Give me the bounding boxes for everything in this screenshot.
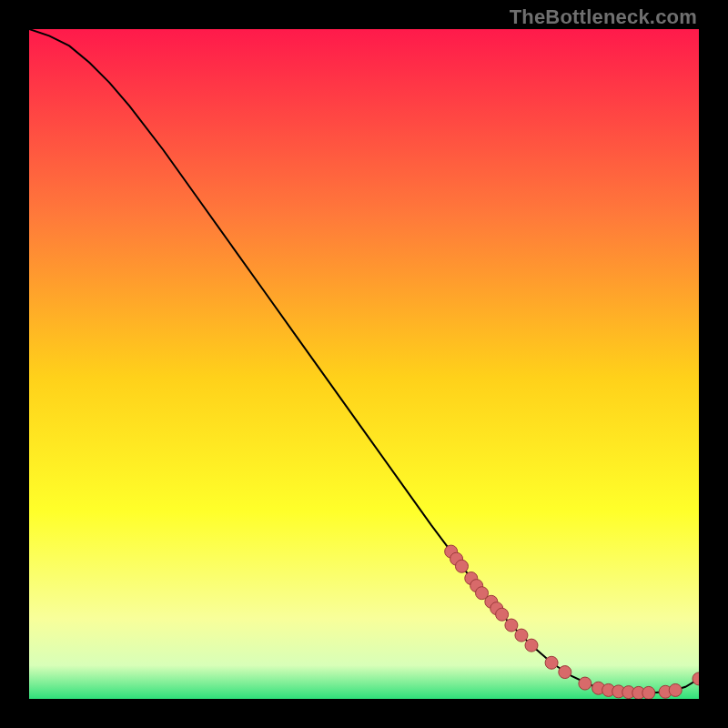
chart-svg — [29, 29, 699, 699]
data-point — [545, 656, 558, 669]
chart-frame: TheBottleneck.com — [0, 0, 728, 728]
data-point — [515, 629, 528, 642]
data-point — [642, 686, 655, 699]
data-point — [559, 666, 571, 679]
watermark-text: TheBottleneck.com — [510, 5, 697, 29]
data-point — [525, 639, 538, 652]
data-point — [579, 677, 592, 690]
chart-plot — [29, 29, 699, 699]
data-point — [669, 683, 682, 696]
data-point — [496, 608, 509, 621]
gradient-background — [29, 29, 699, 699]
data-point — [455, 560, 468, 572]
data-point — [505, 619, 518, 632]
